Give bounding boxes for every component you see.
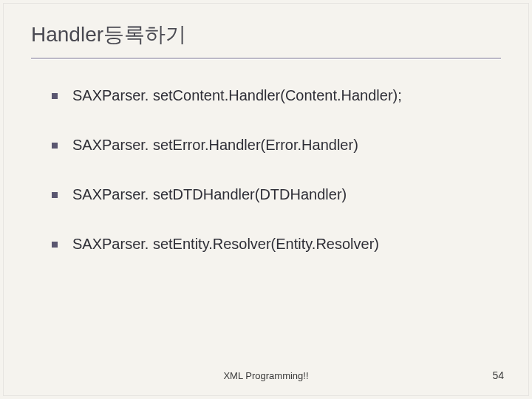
page-number: 54 [492, 369, 504, 381]
slide-border [3, 3, 529, 396]
footer-text: XML Programming!! [0, 370, 532, 381]
